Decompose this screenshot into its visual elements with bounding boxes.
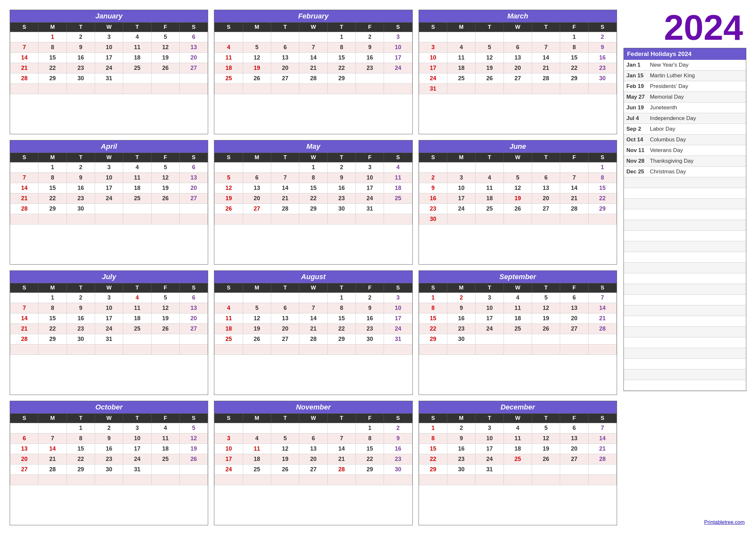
calendar-day: 14 xyxy=(299,313,327,324)
month-table: SMTWTFS 12345678910111213141516171819202… xyxy=(214,153,412,224)
calendar-day: 30 xyxy=(384,465,412,475)
calendar-day: 22 xyxy=(560,63,588,73)
calendar-day: 19 xyxy=(151,183,179,193)
calendar-day: 19 xyxy=(243,63,271,73)
calendar-day: 15 xyxy=(419,444,447,454)
weekday-header: F xyxy=(560,23,588,32)
calendar-day: 24 xyxy=(447,204,475,214)
weekday-header: T xyxy=(67,283,95,293)
calendar-day: 13 xyxy=(532,183,560,193)
month-calendar-may: MaySMTWTFS 12345678910111213141516171819… xyxy=(214,140,413,265)
calendar-day: 1 xyxy=(39,162,67,173)
month-header: February xyxy=(214,10,412,22)
month-header: May xyxy=(214,140,412,153)
calendar-day: 4 xyxy=(123,162,151,173)
calendar-day xyxy=(243,84,271,94)
calendar-day: 23 xyxy=(384,454,412,465)
calendar-day: 1 xyxy=(39,293,67,303)
calendar-day: 2 xyxy=(419,173,447,183)
calendar-day xyxy=(475,32,503,42)
calendar-day: 28 xyxy=(10,334,39,345)
holiday-name: Labor Day xyxy=(647,124,746,134)
calendar-day: 31 xyxy=(356,204,384,214)
calendar-day xyxy=(179,73,207,84)
calendar-day xyxy=(271,162,299,173)
calendar-day: 22 xyxy=(419,454,447,465)
weekday-header: S xyxy=(419,153,447,162)
calendar-day: 8 xyxy=(299,173,327,183)
calendar-day xyxy=(151,465,179,475)
calendar-day xyxy=(299,423,327,434)
calendar-day: 2 xyxy=(327,162,356,173)
calendar-day xyxy=(560,162,588,173)
calendar-day xyxy=(384,73,412,84)
calendar-day: 30 xyxy=(95,465,123,475)
calendar-day: 26 xyxy=(503,204,532,214)
calendar-day xyxy=(67,84,95,94)
calendar-day xyxy=(243,32,271,42)
calendar-day xyxy=(243,162,271,173)
month-header: July xyxy=(10,271,208,283)
calendar-day: 16 xyxy=(67,313,95,324)
calendar-day: 24 xyxy=(95,63,123,73)
calendar-day xyxy=(588,214,616,224)
empty-row xyxy=(624,241,746,252)
month-table: SMTWTFS 12345678910111213141516171819202… xyxy=(214,413,412,485)
calendar-day: 15 xyxy=(39,183,67,193)
weekday-header: T xyxy=(475,414,503,423)
calendar-day: 25 xyxy=(503,454,532,465)
calendar-day: 24 xyxy=(356,193,384,204)
calendar-day: 20 xyxy=(503,63,532,73)
calendar-day: 15 xyxy=(67,444,95,454)
calendar-day xyxy=(95,214,123,224)
calendar-day: 25 xyxy=(215,334,243,345)
calendar-day: 18 xyxy=(123,313,151,324)
calendar-day: 1 xyxy=(67,423,95,434)
calendar-day: 1 xyxy=(588,162,616,173)
calendar-day: 12 xyxy=(243,313,271,324)
weekday-header: T xyxy=(271,153,299,162)
calendar-day xyxy=(503,162,532,173)
calendar-day: 7 xyxy=(10,42,39,53)
calendar-day: 21 xyxy=(10,63,39,73)
calendar-day: 4 xyxy=(123,293,151,303)
calendar-day: 26 xyxy=(151,324,179,334)
calendar-day: 1 xyxy=(419,423,447,434)
calendar-day xyxy=(327,84,356,94)
holiday-name: Veterans Day xyxy=(647,145,746,156)
calendar-day: 30 xyxy=(447,465,475,475)
calendar-day xyxy=(123,214,151,224)
empty-row xyxy=(624,337,746,348)
weekday-header: F xyxy=(356,153,384,162)
footer-link[interactable]: Printabletree.com xyxy=(624,516,746,525)
calendar-day: 8 xyxy=(419,303,447,313)
month-calendar-february: FebruarySMTWTFS 123456789101112131415161… xyxy=(214,10,413,134)
calendar-day: 18 xyxy=(215,324,243,334)
calendar-day: 8 xyxy=(327,303,356,313)
calendar-day: 16 xyxy=(67,53,95,63)
calendar-day: 10 xyxy=(419,53,447,63)
calendar-day: 12 xyxy=(503,183,532,193)
month-table: SMTWTFS 12345678910111213141516171819202… xyxy=(419,153,617,224)
weekday-header: W xyxy=(299,153,327,162)
calendar-day: 27 xyxy=(271,334,299,345)
calendar-day: 12 xyxy=(475,53,503,63)
calendar-day: 29 xyxy=(356,465,384,475)
weekday-header: S xyxy=(384,283,412,293)
calendar-day: 13 xyxy=(271,53,299,63)
calendar-day xyxy=(243,214,271,224)
calendar-day xyxy=(271,214,299,224)
weekday-header: S xyxy=(588,153,616,162)
calendar-day: 5 xyxy=(503,173,532,183)
calendar-day: 25 xyxy=(503,324,532,334)
month-table: SMTWTFS 12345678910111213141516171819202… xyxy=(10,283,208,355)
calendar-day: 20 xyxy=(243,193,271,204)
calendar-day: 9 xyxy=(67,303,95,313)
calendar-day: 21 xyxy=(588,444,616,454)
calendar-day: 17 xyxy=(95,183,123,193)
weekday-header: F xyxy=(151,153,179,162)
calendar-day: 3 xyxy=(95,162,123,173)
month-header: April xyxy=(10,140,208,153)
calendar-day: 1 xyxy=(327,293,356,303)
holiday-date: Sep 2 xyxy=(624,124,647,134)
